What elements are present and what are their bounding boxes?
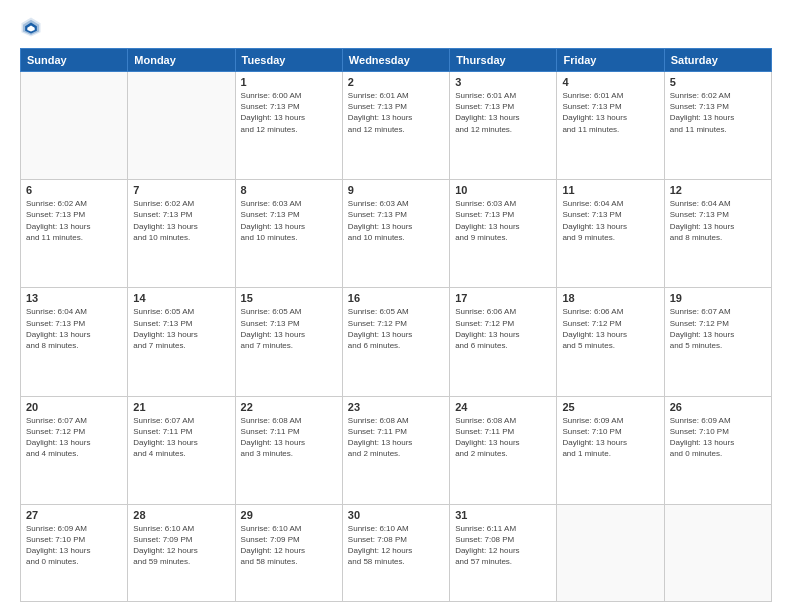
day-number: 28 bbox=[133, 509, 229, 521]
calendar-cell: 12Sunrise: 6:04 AM Sunset: 7:13 PM Dayli… bbox=[664, 180, 771, 288]
day-detail: Sunrise: 6:08 AM Sunset: 7:11 PM Dayligh… bbox=[348, 415, 444, 460]
day-detail: Sunrise: 6:04 AM Sunset: 7:13 PM Dayligh… bbox=[562, 198, 658, 243]
day-number: 3 bbox=[455, 76, 551, 88]
calendar-cell: 7Sunrise: 6:02 AM Sunset: 7:13 PM Daylig… bbox=[128, 180, 235, 288]
day-detail: Sunrise: 6:04 AM Sunset: 7:13 PM Dayligh… bbox=[670, 198, 766, 243]
weekday-header-thursday: Thursday bbox=[450, 49, 557, 72]
week-row-5: 27Sunrise: 6:09 AM Sunset: 7:10 PM Dayli… bbox=[21, 504, 772, 601]
day-detail: Sunrise: 6:06 AM Sunset: 7:12 PM Dayligh… bbox=[455, 306, 551, 351]
day-detail: Sunrise: 6:09 AM Sunset: 7:10 PM Dayligh… bbox=[562, 415, 658, 460]
calendar-cell: 9Sunrise: 6:03 AM Sunset: 7:13 PM Daylig… bbox=[342, 180, 449, 288]
day-number: 5 bbox=[670, 76, 766, 88]
week-row-1: 1Sunrise: 6:00 AM Sunset: 7:13 PM Daylig… bbox=[21, 72, 772, 180]
day-number: 20 bbox=[26, 401, 122, 413]
day-detail: Sunrise: 6:02 AM Sunset: 7:13 PM Dayligh… bbox=[26, 198, 122, 243]
header bbox=[20, 16, 772, 38]
day-number: 24 bbox=[455, 401, 551, 413]
day-detail: Sunrise: 6:05 AM Sunset: 7:13 PM Dayligh… bbox=[133, 306, 229, 351]
calendar-cell: 16Sunrise: 6:05 AM Sunset: 7:12 PM Dayli… bbox=[342, 288, 449, 396]
calendar-cell: 5Sunrise: 6:02 AM Sunset: 7:13 PM Daylig… bbox=[664, 72, 771, 180]
logo-icon bbox=[20, 16, 42, 38]
day-detail: Sunrise: 6:06 AM Sunset: 7:12 PM Dayligh… bbox=[562, 306, 658, 351]
week-row-3: 13Sunrise: 6:04 AM Sunset: 7:13 PM Dayli… bbox=[21, 288, 772, 396]
day-detail: Sunrise: 6:03 AM Sunset: 7:13 PM Dayligh… bbox=[455, 198, 551, 243]
day-number: 15 bbox=[241, 292, 337, 304]
calendar-cell: 22Sunrise: 6:08 AM Sunset: 7:11 PM Dayli… bbox=[235, 396, 342, 504]
calendar-cell: 15Sunrise: 6:05 AM Sunset: 7:13 PM Dayli… bbox=[235, 288, 342, 396]
calendar-cell: 23Sunrise: 6:08 AM Sunset: 7:11 PM Dayli… bbox=[342, 396, 449, 504]
day-detail: Sunrise: 6:01 AM Sunset: 7:13 PM Dayligh… bbox=[455, 90, 551, 135]
week-row-4: 20Sunrise: 6:07 AM Sunset: 7:12 PM Dayli… bbox=[21, 396, 772, 504]
day-number: 17 bbox=[455, 292, 551, 304]
day-detail: Sunrise: 6:10 AM Sunset: 7:09 PM Dayligh… bbox=[241, 523, 337, 568]
day-number: 23 bbox=[348, 401, 444, 413]
weekday-header-monday: Monday bbox=[128, 49, 235, 72]
day-detail: Sunrise: 6:11 AM Sunset: 7:08 PM Dayligh… bbox=[455, 523, 551, 568]
day-number: 18 bbox=[562, 292, 658, 304]
day-detail: Sunrise: 6:07 AM Sunset: 7:12 PM Dayligh… bbox=[670, 306, 766, 351]
day-number: 6 bbox=[26, 184, 122, 196]
day-number: 10 bbox=[455, 184, 551, 196]
day-detail: Sunrise: 6:09 AM Sunset: 7:10 PM Dayligh… bbox=[26, 523, 122, 568]
weekday-header-wednesday: Wednesday bbox=[342, 49, 449, 72]
day-detail: Sunrise: 6:04 AM Sunset: 7:13 PM Dayligh… bbox=[26, 306, 122, 351]
calendar-cell: 19Sunrise: 6:07 AM Sunset: 7:12 PM Dayli… bbox=[664, 288, 771, 396]
day-number: 16 bbox=[348, 292, 444, 304]
calendar-cell: 26Sunrise: 6:09 AM Sunset: 7:10 PM Dayli… bbox=[664, 396, 771, 504]
day-number: 9 bbox=[348, 184, 444, 196]
calendar-table: SundayMondayTuesdayWednesdayThursdayFrid… bbox=[20, 48, 772, 602]
page: SundayMondayTuesdayWednesdayThursdayFrid… bbox=[0, 0, 792, 612]
day-detail: Sunrise: 6:05 AM Sunset: 7:13 PM Dayligh… bbox=[241, 306, 337, 351]
day-detail: Sunrise: 6:00 AM Sunset: 7:13 PM Dayligh… bbox=[241, 90, 337, 135]
calendar-cell: 28Sunrise: 6:10 AM Sunset: 7:09 PM Dayli… bbox=[128, 504, 235, 601]
calendar-cell: 31Sunrise: 6:11 AM Sunset: 7:08 PM Dayli… bbox=[450, 504, 557, 601]
day-detail: Sunrise: 6:08 AM Sunset: 7:11 PM Dayligh… bbox=[455, 415, 551, 460]
day-number: 25 bbox=[562, 401, 658, 413]
day-number: 8 bbox=[241, 184, 337, 196]
day-number: 14 bbox=[133, 292, 229, 304]
day-detail: Sunrise: 6:01 AM Sunset: 7:13 PM Dayligh… bbox=[562, 90, 658, 135]
weekday-header-sunday: Sunday bbox=[21, 49, 128, 72]
day-detail: Sunrise: 6:08 AM Sunset: 7:11 PM Dayligh… bbox=[241, 415, 337, 460]
calendar-cell: 29Sunrise: 6:10 AM Sunset: 7:09 PM Dayli… bbox=[235, 504, 342, 601]
calendar-cell: 1Sunrise: 6:00 AM Sunset: 7:13 PM Daylig… bbox=[235, 72, 342, 180]
calendar-cell: 8Sunrise: 6:03 AM Sunset: 7:13 PM Daylig… bbox=[235, 180, 342, 288]
day-detail: Sunrise: 6:07 AM Sunset: 7:12 PM Dayligh… bbox=[26, 415, 122, 460]
day-detail: Sunrise: 6:05 AM Sunset: 7:12 PM Dayligh… bbox=[348, 306, 444, 351]
calendar-cell: 20Sunrise: 6:07 AM Sunset: 7:12 PM Dayli… bbox=[21, 396, 128, 504]
weekday-header-friday: Friday bbox=[557, 49, 664, 72]
week-row-2: 6Sunrise: 6:02 AM Sunset: 7:13 PM Daylig… bbox=[21, 180, 772, 288]
calendar-cell: 21Sunrise: 6:07 AM Sunset: 7:11 PM Dayli… bbox=[128, 396, 235, 504]
calendar-cell: 3Sunrise: 6:01 AM Sunset: 7:13 PM Daylig… bbox=[450, 72, 557, 180]
logo bbox=[20, 16, 48, 38]
calendar-cell: 4Sunrise: 6:01 AM Sunset: 7:13 PM Daylig… bbox=[557, 72, 664, 180]
calendar-cell: 25Sunrise: 6:09 AM Sunset: 7:10 PM Dayli… bbox=[557, 396, 664, 504]
calendar-cell bbox=[21, 72, 128, 180]
calendar-cell: 17Sunrise: 6:06 AM Sunset: 7:12 PM Dayli… bbox=[450, 288, 557, 396]
day-number: 21 bbox=[133, 401, 229, 413]
day-number: 12 bbox=[670, 184, 766, 196]
day-number: 22 bbox=[241, 401, 337, 413]
day-number: 31 bbox=[455, 509, 551, 521]
day-number: 26 bbox=[670, 401, 766, 413]
day-number: 13 bbox=[26, 292, 122, 304]
day-detail: Sunrise: 6:09 AM Sunset: 7:10 PM Dayligh… bbox=[670, 415, 766, 460]
day-number: 7 bbox=[133, 184, 229, 196]
calendar-cell: 13Sunrise: 6:04 AM Sunset: 7:13 PM Dayli… bbox=[21, 288, 128, 396]
day-detail: Sunrise: 6:10 AM Sunset: 7:08 PM Dayligh… bbox=[348, 523, 444, 568]
calendar-cell: 18Sunrise: 6:06 AM Sunset: 7:12 PM Dayli… bbox=[557, 288, 664, 396]
day-detail: Sunrise: 6:10 AM Sunset: 7:09 PM Dayligh… bbox=[133, 523, 229, 568]
day-number: 19 bbox=[670, 292, 766, 304]
day-detail: Sunrise: 6:07 AM Sunset: 7:11 PM Dayligh… bbox=[133, 415, 229, 460]
day-detail: Sunrise: 6:01 AM Sunset: 7:13 PM Dayligh… bbox=[348, 90, 444, 135]
day-number: 1 bbox=[241, 76, 337, 88]
calendar-cell: 6Sunrise: 6:02 AM Sunset: 7:13 PM Daylig… bbox=[21, 180, 128, 288]
day-detail: Sunrise: 6:02 AM Sunset: 7:13 PM Dayligh… bbox=[670, 90, 766, 135]
weekday-header-tuesday: Tuesday bbox=[235, 49, 342, 72]
calendar-cell: 11Sunrise: 6:04 AM Sunset: 7:13 PM Dayli… bbox=[557, 180, 664, 288]
day-number: 11 bbox=[562, 184, 658, 196]
calendar-cell bbox=[128, 72, 235, 180]
calendar-cell: 14Sunrise: 6:05 AM Sunset: 7:13 PM Dayli… bbox=[128, 288, 235, 396]
weekday-header-row: SundayMondayTuesdayWednesdayThursdayFrid… bbox=[21, 49, 772, 72]
day-number: 29 bbox=[241, 509, 337, 521]
